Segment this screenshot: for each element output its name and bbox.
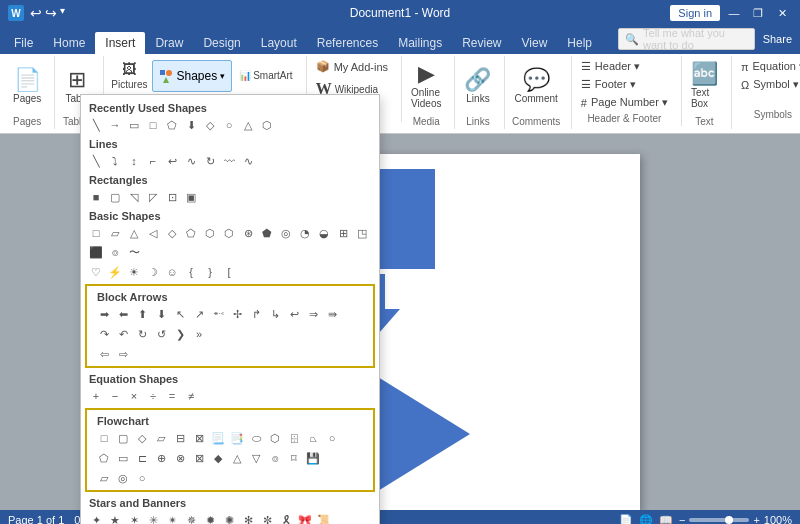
shape-rect[interactable]: □ [144, 116, 162, 134]
line-freeform[interactable]: 〰 [220, 152, 238, 170]
shape-right-arrow[interactable]: → [106, 116, 124, 134]
ba-bent-up[interactable]: ↱ [247, 305, 265, 323]
tab-layout[interactable]: Layout [251, 32, 307, 54]
ba-extra2[interactable]: ⇨ [114, 345, 132, 363]
line-plain[interactable]: ╲ [87, 152, 105, 170]
footer-button[interactable]: ☰ Footer ▾ [576, 76, 641, 93]
zoom-in-button[interactable]: + [753, 514, 759, 524]
star7-icon[interactable]: ✳ [144, 511, 162, 524]
view-mode-read[interactable]: 📖 [659, 514, 673, 525]
bs-heart[interactable]: ♡ [87, 263, 105, 281]
ba-ul[interactable]: ↖ [171, 305, 189, 323]
ba-extra1[interactable]: ⇦ [95, 345, 113, 363]
symbol-button[interactable]: Ω Symbol ▾ [736, 76, 800, 93]
tab-review[interactable]: Review [452, 32, 511, 54]
tab-file[interactable]: File [4, 32, 43, 54]
bs-rtri[interactable]: ◁ [144, 224, 162, 242]
shape-rounded-rect[interactable]: ▭ [125, 116, 143, 134]
bs-brace[interactable]: { [182, 263, 200, 281]
links-button[interactable]: 🔗 Links [459, 58, 496, 114]
bs-moon[interactable]: ☽ [144, 263, 162, 281]
tab-home[interactable]: Home [43, 32, 95, 54]
tab-mailings[interactable]: Mailings [388, 32, 452, 54]
tab-references[interactable]: References [307, 32, 388, 54]
ba-right[interactable]: ➡ [95, 305, 113, 323]
undo-button[interactable]: ↩ [30, 5, 42, 21]
bs-pie[interactable]: ◔ [296, 224, 314, 242]
bs-donut[interactable]: ◎ [277, 224, 295, 242]
minimize-button[interactable]: — [724, 4, 744, 22]
pages-button[interactable]: 📄 Pages [8, 58, 46, 114]
line-elbow[interactable]: ⌐ [144, 152, 162, 170]
line-arrow[interactable]: ⤵ [106, 152, 124, 170]
fc-data-icon[interactable]: ▱ [152, 429, 170, 447]
view-mode-web[interactable]: 🌐 [639, 514, 653, 525]
shapes-button[interactable]: Shapes ▾ [152, 60, 232, 92]
bs-pent[interactable]: ⬠ [182, 224, 200, 242]
page-number-button[interactable]: # Page Number ▾ [576, 94, 673, 111]
tab-design[interactable]: Design [193, 32, 250, 54]
close-button[interactable]: ✕ [772, 4, 792, 22]
star8-icon[interactable]: ✴ [163, 511, 181, 524]
eq-neq[interactable]: ≠ [182, 387, 200, 405]
star16-icon[interactable]: ✺ [220, 511, 238, 524]
fc-merge-icon[interactable]: ▽ [247, 449, 265, 467]
fc-offpage-icon[interactable]: ⬠ [95, 449, 113, 467]
rect-snip-two[interactable]: ▣ [182, 188, 200, 206]
star5-icon[interactable]: ★ [106, 511, 124, 524]
scroll-icon[interactable]: 📜 [315, 511, 333, 524]
online-videos-button[interactable]: ▶ Online Videos [406, 58, 446, 114]
bs-bracket[interactable]: [ [220, 263, 238, 281]
bs-lightning[interactable]: ⚡ [106, 263, 124, 281]
quick-access-more[interactable]: ▾ [60, 5, 65, 21]
fc-collate-icon[interactable]: ⊠ [190, 449, 208, 467]
fc-tape-icon[interactable]: ⊏ [133, 449, 151, 467]
ba-circular[interactable]: ↻ [133, 325, 151, 343]
fc-multidoc-icon[interactable]: 📑 [228, 429, 246, 447]
eq-equals[interactable]: = [163, 387, 181, 405]
bs-cyl[interactable]: ⌾ [106, 243, 124, 261]
fc-display-icon[interactable]: ▱ [95, 469, 113, 487]
shape-down-arrow-block[interactable]: ⬇ [182, 116, 200, 134]
fc-document-icon[interactable]: 📃 [209, 429, 227, 447]
rect-snip-same[interactable]: ⊡ [163, 188, 181, 206]
tab-help[interactable]: Help [557, 32, 602, 54]
fc-sort-icon[interactable]: ◆ [209, 449, 227, 467]
rect-snip-single[interactable]: ◹ [125, 188, 143, 206]
eq-mult[interactable]: × [125, 387, 143, 405]
bs-rect[interactable]: □ [87, 224, 105, 242]
restore-button[interactable]: ❐ [748, 4, 768, 22]
ba-curved-l[interactable]: ↶ [114, 325, 132, 343]
ba-left[interactable]: ⬅ [114, 305, 132, 323]
star12-icon[interactable]: ✹ [201, 511, 219, 524]
ba-4way[interactable]: ✢ [228, 305, 246, 323]
ba-striped[interactable]: ⇒ [304, 305, 322, 323]
star24-icon[interactable]: ✻ [239, 511, 257, 524]
zoom-slider[interactable] [689, 518, 749, 522]
bs-wave[interactable]: 〜 [125, 243, 143, 261]
zoom-out-button[interactable]: − [679, 514, 685, 524]
sign-in-button[interactable]: Sign in [670, 5, 720, 21]
share-button[interactable]: Share [763, 33, 792, 45]
line-double-arrow[interactable]: ↕ [125, 152, 143, 170]
fc-predef-icon[interactable]: ⊟ [171, 429, 189, 447]
fc-or-icon[interactable]: ⊗ [171, 449, 189, 467]
ba-curved-r[interactable]: ↷ [95, 325, 113, 343]
bs-cube[interactable]: ⬛ [87, 243, 105, 261]
fc-extra2[interactable]: ○ [133, 469, 151, 487]
fc-extract-icon[interactable]: △ [228, 449, 246, 467]
fc-stored-icon[interactable]: ⌾ [266, 449, 284, 467]
bs-hex[interactable]: ⬡ [201, 224, 219, 242]
ba-notched[interactable]: ⇛ [323, 305, 341, 323]
shape-pentagon[interactable]: ⬠ [163, 116, 181, 134]
rect-snip-diag[interactable]: ◸ [144, 188, 162, 206]
bs-frame[interactable]: ⊞ [334, 224, 352, 242]
fc-internal-icon[interactable]: ⊠ [190, 429, 208, 447]
star10-icon[interactable]: ✵ [182, 511, 200, 524]
my-addins-button[interactable]: 📦 My Add-ins [311, 58, 393, 75]
fc-terminator-icon[interactable]: ⬭ [247, 429, 265, 447]
ba-bent-down[interactable]: ↳ [266, 305, 284, 323]
search-bar[interactable]: 🔍 Tell me what you want to do [618, 28, 755, 50]
comment-button[interactable]: 💬 Comment [509, 58, 562, 114]
shape-line[interactable]: ╲ [87, 116, 105, 134]
